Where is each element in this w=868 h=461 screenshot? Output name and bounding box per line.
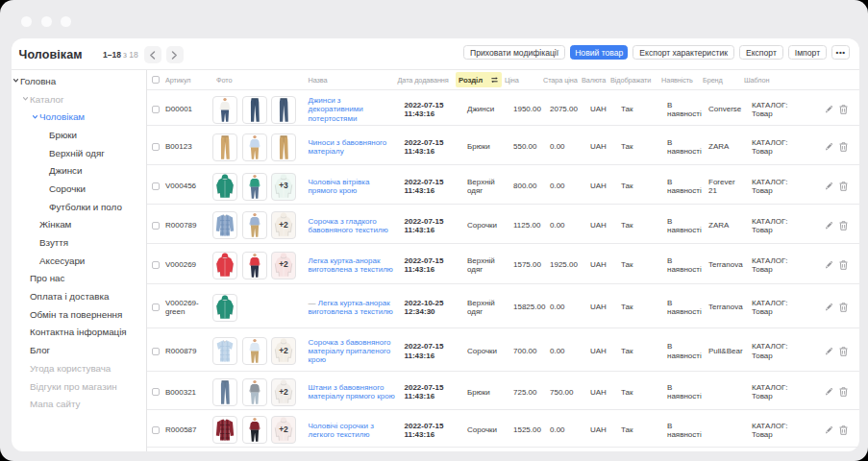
more-photos-thumb[interactable]: +2 xyxy=(271,252,296,279)
delete-button[interactable] xyxy=(839,142,848,152)
delete-button[interactable] xyxy=(839,347,848,356)
more-actions-button[interactable]: ••• xyxy=(831,45,850,60)
delete-button[interactable] xyxy=(839,387,848,397)
product-photo-thumb[interactable] xyxy=(212,211,237,239)
product-photo-thumb[interactable] xyxy=(212,416,237,444)
product-photo-thumb[interactable] xyxy=(212,173,237,201)
sidebar-item[interactable]: Жінкам xyxy=(12,216,146,234)
edit-button[interactable] xyxy=(824,303,833,312)
delete-button[interactable] xyxy=(839,221,848,230)
sidebar-item[interactable]: Верхній одяг xyxy=(12,144,146,162)
prev-page-button[interactable] xyxy=(144,46,161,63)
column-header-old[interactable]: Стара ціна xyxy=(543,76,582,85)
sidebar-item[interactable]: Відгуки про магазин xyxy=(12,377,146,396)
sidebar-item[interactable]: Джинси xyxy=(12,161,146,180)
more-photos-thumb[interactable]: +2 xyxy=(271,211,296,239)
new-product-button[interactable]: Новий товар xyxy=(570,45,628,60)
column-header-disp[interactable]: Відображати xyxy=(610,76,661,85)
product-photo-thumb[interactable] xyxy=(242,252,267,279)
product-photo-thumb[interactable] xyxy=(271,133,296,161)
product-name-link[interactable]: Джинси з декоративними потертостями xyxy=(309,96,363,122)
sidebar-item[interactable]: Угода користувача xyxy=(12,359,146,377)
row-checkbox[interactable] xyxy=(152,348,160,355)
sidebar-item[interactable]: Про нас xyxy=(12,270,146,288)
edit-button[interactable] xyxy=(824,142,833,152)
window-control-dot[interactable] xyxy=(61,16,71,27)
edit-button[interactable] xyxy=(824,260,833,270)
more-photos-thumb[interactable]: +2 xyxy=(271,416,296,444)
sidebar-item[interactable]: Взуття xyxy=(12,233,146,252)
column-header-brand[interactable]: Бренд xyxy=(703,76,744,85)
next-page-button[interactable] xyxy=(166,46,184,63)
product-photo-thumb[interactable] xyxy=(271,96,296,124)
product-photo-thumb[interactable] xyxy=(242,337,267,365)
sidebar-item[interactable]: Оплата і доставка xyxy=(12,287,146,305)
product-photo-thumb[interactable] xyxy=(212,378,237,406)
sidebar-item[interactable]: Мапа сайту xyxy=(12,395,146,413)
column-header-price[interactable]: Ціна xyxy=(505,76,543,85)
sidebar-item[interactable]: Обмін та повернення xyxy=(12,305,146,324)
row-checkbox[interactable] xyxy=(152,388,160,396)
sidebar-item[interactable]: Контактна інформація xyxy=(12,324,146,342)
product-photo-thumb[interactable] xyxy=(242,96,267,124)
edit-button[interactable] xyxy=(824,105,833,114)
product-name-link[interactable]: Чоловічі сорочки з легкого текстилю xyxy=(309,422,374,439)
column-header-razdel[interactable]: Розділ xyxy=(456,72,505,87)
edit-button[interactable] xyxy=(824,425,833,435)
delete-button[interactable] xyxy=(839,182,848,191)
column-header-stock[interactable]: Наявність xyxy=(661,76,703,85)
sidebar-item[interactable]: Блог xyxy=(12,341,146,359)
row-checkbox[interactable] xyxy=(152,426,160,434)
column-header-artikul[interactable]: Артикул xyxy=(165,76,212,85)
delete-button[interactable] xyxy=(839,425,848,435)
edit-button[interactable] xyxy=(824,182,833,191)
row-checkbox[interactable] xyxy=(152,222,160,230)
select-all-checkbox[interactable] xyxy=(152,76,160,84)
column-header-date[interactable]: Дата додавання xyxy=(398,76,457,85)
product-photo-thumb[interactable] xyxy=(212,96,237,124)
product-name-link[interactable]: Сорочка з гладкого бавовняного текстилю xyxy=(309,217,388,234)
sidebar-item[interactable]: Футболки и поло xyxy=(12,198,146,216)
import-button[interactable]: Імпорт xyxy=(788,45,827,60)
row-checkbox[interactable] xyxy=(152,106,160,113)
more-photos-thumb[interactable]: +2 xyxy=(271,378,296,406)
row-checkbox[interactable] xyxy=(152,261,160,269)
column-header-photo[interactable]: Фото xyxy=(212,76,305,85)
row-checkbox[interactable] xyxy=(152,303,160,311)
product-name-link[interactable]: Легка куртка-анорак виготовлена з тексти… xyxy=(309,299,393,316)
delete-button[interactable] xyxy=(839,105,848,114)
edit-button[interactable] xyxy=(824,387,833,397)
more-photos-thumb[interactable]: +2 xyxy=(271,337,296,365)
row-checkbox[interactable] xyxy=(152,143,160,151)
sidebar-item[interactable]: Каталог xyxy=(12,90,146,109)
window-control-dot[interactable] xyxy=(41,16,52,27)
sidebar-item[interactable]: Головна xyxy=(12,72,146,90)
delete-button[interactable] xyxy=(839,260,848,270)
delete-button[interactable] xyxy=(839,303,848,312)
product-name-link[interactable]: Штани з бавовняного матеріалу прямого кр… xyxy=(309,383,395,400)
product-photo-thumb[interactable] xyxy=(242,378,267,406)
product-photo-thumb[interactable] xyxy=(242,211,267,239)
column-header-curr[interactable]: Валюта xyxy=(582,76,610,85)
product-name-link[interactable]: Легка куртка-анорак виготовлена з тексти… xyxy=(309,256,393,274)
export-button[interactable]: Експорт xyxy=(739,45,783,60)
sidebar-item[interactable]: Сорочки xyxy=(12,180,146,198)
more-photos-thumb[interactable]: +3 xyxy=(271,173,296,201)
product-photo-thumb[interactable] xyxy=(242,416,267,444)
sidebar-item[interactable]: Брюки xyxy=(12,126,146,144)
product-photo-thumb[interactable] xyxy=(212,294,237,322)
product-name-link[interactable]: Сорочка з бавовняного матеріалу притален… xyxy=(309,338,391,364)
product-name-link[interactable]: Чиноси з бавовняного матеріалу xyxy=(309,138,387,156)
edit-button[interactable] xyxy=(824,347,833,356)
column-header-templ[interactable]: Шаблон xyxy=(744,76,811,85)
sidebar-item[interactable]: Чоловікам xyxy=(12,108,146,126)
sorted-column-highlight[interactable]: Розділ xyxy=(456,72,502,87)
sidebar-item[interactable]: Аксесуари xyxy=(12,252,146,270)
product-name-link[interactable]: Чоловіча вітрівка прямого крою xyxy=(309,178,370,195)
product-photo-thumb[interactable] xyxy=(242,173,267,201)
product-photo-thumb[interactable] xyxy=(212,337,237,365)
column-header-name[interactable]: Назва xyxy=(305,76,398,85)
row-checkbox[interactable] xyxy=(152,182,160,190)
window-control-dot[interactable] xyxy=(21,16,32,27)
product-photo-thumb[interactable] xyxy=(242,133,267,161)
